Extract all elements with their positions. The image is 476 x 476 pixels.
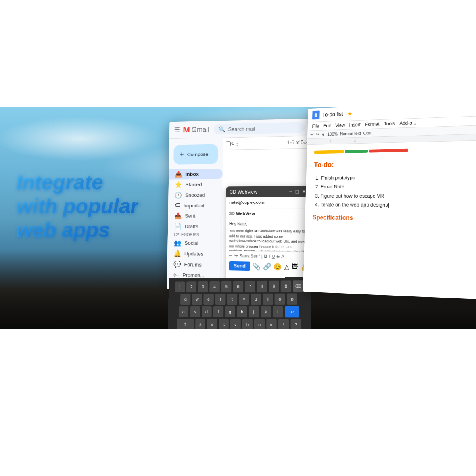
sidebar-item-drafts[interactable]: 📄 Drafts — [168, 221, 222, 232]
minimize-icon[interactable]: − — [289, 189, 292, 195]
sidebar-item-starred[interactable]: ⭐ Starred — [169, 179, 223, 190]
key-x[interactable]: x — [207, 319, 217, 329]
key-e[interactable]: e — [203, 294, 214, 305]
key-enter[interactable]: ↵ — [285, 306, 299, 317]
docs-star-icon[interactable]: ★ — [347, 110, 352, 117]
more-options-icon[interactable]: ⋮ — [235, 141, 240, 146]
docs-app-icon: 📄 — [312, 110, 320, 119]
key-shift[interactable]: ⇑ — [177, 319, 194, 329]
key-6[interactable]: 6 — [233, 281, 243, 292]
docs-menu-view[interactable]: View — [335, 123, 345, 128]
key-backspace[interactable]: ⌫ — [293, 280, 303, 292]
key-v[interactable]: v — [230, 319, 241, 329]
key-b[interactable]: b — [242, 319, 253, 329]
gmail-main: ↻ ⋮ 1-5 of 5 ‹ › 3D WebView − □ ✕ nate@v… — [222, 136, 311, 292]
undo-icon[interactable]: ↩ — [229, 253, 232, 258]
select-all-checkbox[interactable] — [226, 141, 231, 146]
key-g[interactable]: g — [225, 306, 235, 317]
photo-icon[interactable]: 🖼 — [292, 263, 298, 271]
key-0[interactable]: 0 — [281, 280, 292, 292]
redo-toolbar-icon[interactable]: ↪ — [316, 132, 319, 137]
docs-menu-insert[interactable]: Insert — [349, 122, 361, 128]
underline-icon[interactable]: U — [272, 253, 275, 258]
key-9[interactable]: 9 — [269, 281, 279, 292]
key-3[interactable]: 3 — [198, 281, 208, 292]
key-s[interactable]: s — [190, 306, 200, 317]
sidebar-item-social[interactable]: 👥 Social — [167, 238, 222, 249]
key-exclaim[interactable]: ! — [278, 319, 289, 329]
undo-toolbar-icon[interactable]: ↩ — [310, 132, 314, 137]
gmail-search-bar[interactable]: 🔍 Search mail — [214, 122, 305, 134]
key-7[interactable]: 7 — [245, 281, 255, 292]
gmail-toolbar: ↻ ⋮ 1-5 of 5 ‹ › — [223, 136, 310, 150]
key-y[interactable]: y — [239, 294, 249, 305]
key-c[interactable]: c — [219, 319, 229, 329]
key-t[interactable]: t — [227, 294, 237, 305]
redo-icon[interactable]: ↪ — [234, 253, 238, 258]
docs-todo-heading: To-do: — [314, 159, 474, 169]
gmail-compose-button[interactable]: + Compose — [173, 144, 218, 165]
color-icon[interactable]: A — [281, 254, 284, 259]
docs-menu-format[interactable]: Format — [365, 121, 380, 127]
key-5[interactable]: 5 — [221, 281, 232, 292]
drive-icon[interactable]: △ — [284, 263, 289, 271]
key-4[interactable]: 4 — [209, 281, 220, 292]
snooze-icon: 🕐 — [175, 192, 182, 199]
hamburger-icon[interactable]: ☰ — [174, 126, 180, 134]
forums-label: Forums — [184, 261, 201, 268]
sidebar-item-important[interactable]: 🏷 Important — [168, 200, 223, 211]
key-w[interactable]: w — [192, 294, 202, 305]
key-1[interactable]: 1 — [175, 281, 185, 292]
key-question[interactable]: ? — [291, 319, 301, 329]
emoji-icon[interactable]: 😊 — [274, 263, 282, 271]
key-m[interactable]: m — [266, 319, 276, 329]
style-selector[interactable]: Normal text — [340, 131, 361, 136]
key-f[interactable]: f — [213, 306, 223, 317]
key-i[interactable]: i — [263, 294, 273, 305]
key-p[interactable]: p — [287, 294, 298, 305]
key-2[interactable]: 2 — [186, 281, 196, 292]
email-count: 1-5 of 5 — [287, 140, 303, 146]
key-8[interactable]: 8 — [257, 281, 267, 292]
key-j[interactable]: j — [249, 306, 259, 317]
compose-action-bar: Send 📎 🔗 😊 △ 🖼 🔒 ✍ ⋮ 🗑 — [226, 260, 311, 273]
font-selector[interactable]: Sans Serif — [239, 253, 259, 258]
key-r[interactable]: r — [215, 294, 226, 305]
sidebar-item-forums[interactable]: 💬 Forums — [167, 259, 222, 270]
key-h[interactable]: h — [237, 306, 247, 317]
zoom-level[interactable]: 100% — [327, 132, 338, 136]
docs-menu-edit[interactable]: Edit — [323, 123, 331, 129]
sidebar-item-updates[interactable]: 🔔 Updates — [167, 248, 222, 259]
italic-icon[interactable]: I — [269, 253, 270, 258]
sent-label: Sent — [185, 213, 195, 219]
open-label[interactable]: Ope... — [363, 131, 375, 135]
drafts-icon: 📄 — [174, 223, 182, 230]
print-icon[interactable]: 🖨 — [321, 132, 325, 137]
attachment-icon[interactable]: 📎 — [253, 262, 261, 270]
strikethrough-icon[interactable]: S — [276, 254, 280, 259]
compose-formatting-bar: ↩ ↪ Sans Serif | B I U S A — [226, 251, 311, 261]
docs-menu-tools[interactable]: Tools — [384, 121, 395, 127]
key-a[interactable]: a — [178, 306, 189, 317]
key-d[interactable]: d — [202, 306, 212, 317]
key-z[interactable]: z — [195, 319, 205, 329]
key-l[interactable]: l — [273, 306, 283, 317]
refresh-icon[interactable]: ↻ — [231, 141, 235, 146]
nav-forward-icon[interactable]: › — [305, 140, 307, 145]
link-icon[interactable]: 🔗 — [263, 263, 271, 271]
key-u[interactable]: u — [251, 294, 261, 305]
key-q[interactable]: q — [180, 294, 190, 305]
categories-label: Categories — [168, 232, 222, 238]
bold-icon[interactable]: B — [264, 253, 267, 258]
send-button[interactable]: Send — [229, 261, 250, 271]
docs-menu-addons[interactable]: Add-o... — [399, 120, 416, 126]
docs-menu-file[interactable]: File — [312, 123, 319, 129]
expand-icon[interactable]: □ — [296, 189, 299, 195]
sidebar-item-inbox[interactable]: 📥 Inbox — [169, 169, 223, 180]
key-n[interactable]: n — [254, 319, 265, 329]
key-o[interactable]: o — [275, 294, 286, 305]
sidebar-item-sent[interactable]: 📤 Sent — [168, 211, 222, 221]
headline-text: Integrate with popular web apps — [16, 171, 138, 242]
sidebar-item-snoozed[interactable]: 🕐 Snoozed — [168, 190, 222, 200]
key-k[interactable]: k — [261, 306, 271, 317]
